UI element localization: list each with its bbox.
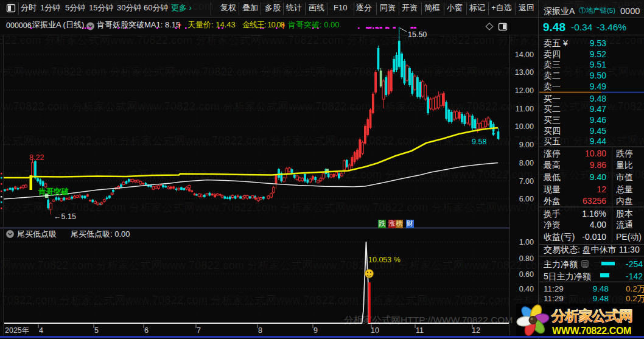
svg-text:分析家公式网: 分析家公式网: [551, 308, 632, 324]
svg-text:WWW.70822.COM: WWW.70822.COM: [552, 326, 631, 336]
